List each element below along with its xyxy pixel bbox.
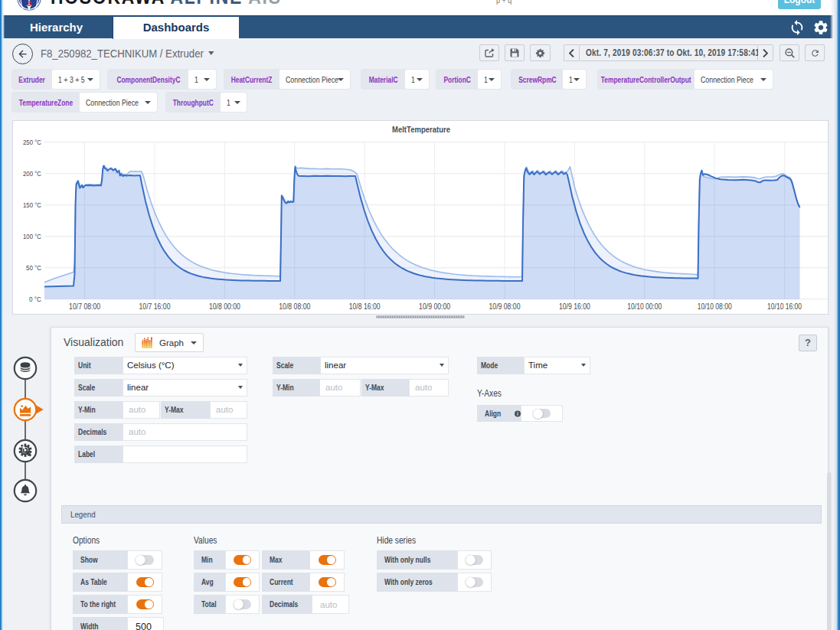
svg-text:10/10 16:00: 10/10 16:00 (767, 302, 802, 311)
svg-text:10/7 16:00: 10/7 16:00 (139, 302, 171, 311)
svg-text:S: S (27, 0, 31, 8)
svg-text:10/8 16:00: 10/8 16:00 (349, 302, 381, 311)
svg-text:10/10 08:00: 10/10 08:00 (698, 302, 732, 311)
svg-text:10/7 08:00: 10/7 08:00 (69, 302, 100, 311)
svg-text:50 °C: 50 °C (26, 263, 41, 272)
svg-text:10/10 00:00: 10/10 00:00 (627, 302, 662, 311)
svg-text:0 °C: 0 °C (29, 295, 41, 303)
svg-text:10/8 08:00: 10/8 08:00 (279, 302, 310, 311)
svg-text:100 °C: 100 °C (23, 232, 41, 240)
svg-text:150 °C: 150 °C (23, 201, 41, 209)
svg-text:10/8 00:00: 10/8 00:00 (209, 302, 240, 311)
svg-text:10/9 08:00: 10/9 08:00 (489, 302, 521, 311)
svg-text:250 °C: 250 °C (23, 138, 41, 146)
svg-text:MeltTemperature: MeltTemperature (392, 125, 450, 134)
svg-text:10/9 16:00: 10/9 16:00 (559, 302, 590, 311)
svg-text:200 °C: 200 °C (23, 169, 41, 178)
svg-text:10/9 00:00: 10/9 00:00 (419, 302, 450, 311)
